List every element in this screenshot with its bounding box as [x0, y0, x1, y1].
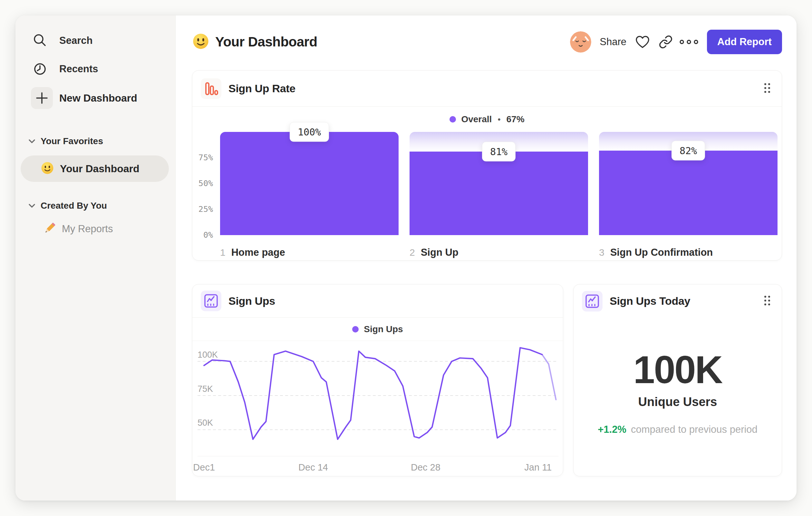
funnel-step-label: 2Sign Up: [410, 247, 588, 258]
signups-line-chart: 100K75K50K: [198, 341, 558, 456]
x-axis-tick: Dec 28: [411, 462, 440, 473]
card-title: Sign Ups Today: [610, 295, 690, 307]
page-title: Your Dashboard: [215, 34, 317, 50]
card-title: Sign Up Rate: [228, 82, 295, 95]
main-area: Your Dashboard Share: [176, 16, 796, 500]
step-index: 2: [410, 247, 415, 258]
share-button[interactable]: Share: [600, 36, 627, 48]
line-chart-x-axis: Dec1Dec 14Dec 28Jan 11: [198, 456, 558, 476]
legend-dot: [352, 326, 359, 332]
y-axis-tick: 50%: [192, 179, 213, 188]
value-chip: 82%: [671, 141, 705, 160]
section-title: Your Favorites: [40, 136, 103, 146]
sidebar-item-label: Your Dashboard: [60, 163, 140, 175]
line-chart-svg: [198, 341, 558, 456]
smiley-emoji: [192, 33, 209, 51]
more-options-icon[interactable]: [677, 34, 700, 50]
add-report-button[interactable]: Add Report: [707, 30, 782, 54]
x-axis-tick: Jan 11: [524, 462, 552, 473]
clock-icon: [32, 61, 50, 77]
sidebar-item-label: New Dashboard: [59, 92, 137, 104]
plus-icon: [31, 87, 53, 109]
chevron-down-icon: [28, 139, 35, 143]
funnel-bar-fill: [220, 132, 399, 235]
copy-link-icon[interactable]: [654, 34, 677, 50]
y-axis-tick: 100K: [198, 350, 218, 360]
section-title: Created By You: [40, 200, 107, 211]
sidebar-item-label: Recents: [59, 63, 98, 75]
step-name: Home page: [231, 247, 285, 258]
signups-card-header: Sign Ups: [192, 284, 563, 318]
kpi-label: Unique Users: [638, 395, 717, 409]
funnel-columns: 100%81%82%: [220, 132, 778, 235]
funnel-step-label: 1Home page: [220, 247, 399, 258]
kpi-card-header: Sign Ups Today: [574, 284, 782, 318]
y-axis-tick: 75%: [192, 153, 213, 162]
funnel-bar: 100%: [220, 132, 399, 235]
smiley-emoji: [40, 161, 54, 176]
kpi-delta: +1.2%: [598, 424, 627, 435]
section-created-by-you[interactable]: Created By You: [16, 200, 175, 212]
step-index: 3: [599, 247, 605, 258]
funnel-legend: Overall • 67%: [192, 107, 782, 132]
user-avatar[interactable]: [570, 31, 591, 53]
signups-line-card: Sign Ups Sign Ups 100K75K50K Dec1Dec 14D…: [192, 284, 563, 476]
x-axis-tick: Dec1: [193, 462, 215, 473]
chevron-down-icon: [28, 203, 35, 208]
app-window: Search Recents New Dashboard: [16, 16, 796, 500]
drag-handle-icon[interactable]: [761, 80, 773, 98]
legend-label: Overall: [461, 114, 492, 125]
step-name: Sign Up Confirmation: [610, 247, 713, 258]
signups-today-card: Sign Ups Today 100K Unique Users: [573, 284, 782, 476]
line-chart-icon: [582, 291, 603, 311]
legend-value: 67%: [506, 114, 525, 125]
value-chip: 81%: [482, 142, 516, 161]
sidebar-item-your-dashboard[interactable]: Your Dashboard: [21, 156, 169, 182]
legend-label: Sign Ups: [364, 324, 403, 334]
funnel-step-labels: 1Home page2Sign Up3Sign Up Confirmation: [220, 247, 778, 258]
sidebar-item-recents[interactable]: Recents: [16, 60, 175, 78]
funnel-bar-fill: [599, 151, 778, 235]
y-axis-tick: 50K: [198, 418, 213, 428]
funnel-bar: 81%: [410, 132, 588, 235]
card-title: Sign Ups: [228, 295, 275, 307]
section-your-favorites[interactable]: Your Favorites: [16, 135, 175, 147]
line-legend: Sign Ups: [192, 318, 563, 341]
kpi-body: 100K Unique Users +1.2% compared to prev…: [574, 318, 782, 435]
sidebar-item-new-dashboard[interactable]: New Dashboard: [16, 87, 175, 109]
page-header: Your Dashboard Share: [192, 16, 782, 69]
signup-rate-card: Sign Up Rate Overall • 67%: [192, 70, 782, 261]
sidebar-item-search[interactable]: Search: [16, 32, 175, 50]
drag-handle-icon[interactable]: [761, 293, 773, 310]
value-chip: 100%: [290, 122, 329, 142]
y-axis-tick: 25%: [192, 205, 213, 214]
funnel-bar: 82%: [599, 132, 778, 235]
funnel-bar-fill: [410, 152, 588, 235]
sidebar: Search Recents New Dashboard: [16, 16, 176, 500]
y-axis-tick: 0%: [192, 230, 213, 240]
search-icon: [32, 33, 50, 48]
bar-chart-icon: [201, 78, 221, 99]
sidebar-item-label: My Reports: [62, 223, 113, 235]
line-chart-icon: [201, 291, 221, 311]
funnel-chart: 75%50%25%0%100%81%82%: [192, 132, 782, 235]
kpi-value: 100K: [634, 347, 722, 392]
signup-rate-card-header: Sign Up Rate: [192, 71, 782, 107]
x-axis-tick: Dec 14: [298, 462, 328, 473]
step-index: 1: [220, 247, 226, 258]
legend-separator: •: [497, 114, 500, 125]
favorite-heart-icon[interactable]: [631, 34, 654, 50]
sidebar-item-label: Search: [59, 35, 92, 47]
y-axis-tick: 75K: [198, 384, 213, 394]
pencil-icon: [42, 221, 57, 237]
funnel-step-label: 3Sign Up Confirmation: [599, 247, 778, 258]
kpi-delta-note: compared to previous period: [631, 424, 758, 435]
sidebar-item-my-reports[interactable]: My Reports: [16, 220, 175, 238]
legend-dot: [450, 116, 456, 123]
step-name: Sign Up: [421, 247, 459, 258]
